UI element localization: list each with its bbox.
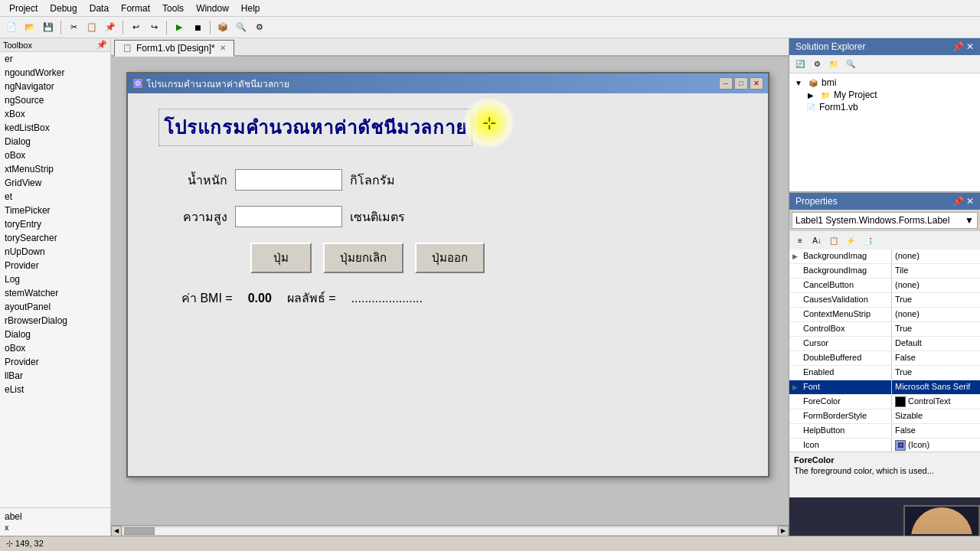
prop-row[interactable]: EnabledTrue bbox=[789, 366, 980, 380]
prop-row[interactable]: DoubleBufferedFalse bbox=[789, 351, 980, 366]
sidebar-item[interactable]: eList bbox=[0, 383, 110, 396]
tab-form1-design[interactable]: 📋 Form1.vb [Design]* ✕ bbox=[114, 40, 234, 57]
vb-win-close[interactable]: ✕ bbox=[750, 77, 763, 90]
toolbar-save[interactable]: 💾 bbox=[40, 19, 57, 36]
props-cat-btn[interactable]: ≡ bbox=[792, 233, 808, 247]
sidebar-item[interactable]: ayoutPanel bbox=[0, 300, 110, 314]
props-dropdown-icon: ▼ bbox=[965, 215, 974, 226]
sol-pin-icon[interactable]: 📌 bbox=[952, 41, 964, 52]
toolbar-paste[interactable]: 📌 bbox=[102, 19, 119, 36]
menu-project[interactable]: Project bbox=[3, 2, 44, 15]
btn-exit[interactable]: ปุ่มออก bbox=[415, 243, 485, 273]
sidebar-item[interactable]: rBrowserDialog bbox=[0, 314, 110, 328]
menu-data[interactable]: Data bbox=[83, 2, 115, 15]
sol-tool-2[interactable]: ⚙ bbox=[809, 57, 825, 71]
prop-name: ControlBox bbox=[800, 322, 892, 336]
toolbar-undo[interactable]: ↩ bbox=[127, 19, 144, 36]
sidebar-item[interactable]: ngSource bbox=[0, 93, 110, 107]
prop-row[interactable]: ForeColorControlText bbox=[789, 395, 980, 409]
sidebar-item[interactable]: xtMenuStrip bbox=[0, 162, 110, 176]
tab-close-btn[interactable]: ✕ bbox=[220, 44, 226, 52]
tree-item-root[interactable]: ▼ 📦 bmi bbox=[792, 77, 977, 89]
tree-item-myproject[interactable]: ▶ 📁 My Project bbox=[792, 89, 977, 101]
prop-row[interactable]: CausesValidationTrue bbox=[789, 293, 980, 308]
sidebar-item[interactable]: stemWatcher bbox=[0, 286, 110, 300]
toolbar-cut[interactable]: ✂ bbox=[65, 19, 82, 36]
sidebar-item[interactable]: torySearcher bbox=[0, 231, 110, 245]
height-label: ความสูง bbox=[158, 207, 227, 227]
props-event-btn[interactable]: ⚡ bbox=[843, 233, 858, 247]
prop-row[interactable]: BackgroundImagTile bbox=[789, 264, 980, 279]
sol-tree: ▼ 📦 bmi ▶ 📁 My Project 📄 Form1.vb bbox=[789, 73, 980, 191]
toolbar-settings[interactable]: ⚙ bbox=[251, 19, 268, 36]
prop-row[interactable]: FormBorderStyleSizable bbox=[789, 409, 980, 424]
prop-row[interactable]: CancelButton(none) bbox=[789, 279, 980, 293]
sidebar-item[interactable]: Log bbox=[0, 272, 110, 286]
props-close-icon[interactable]: ✕ bbox=[966, 196, 974, 207]
prop-row[interactable]: ▶BackgroundImag(none) bbox=[789, 249, 980, 264]
prop-name: HelpButton bbox=[800, 424, 892, 438]
prop-row[interactable]: Icon🖼(Icon) bbox=[789, 439, 980, 452]
vb-win-minimize[interactable]: ─ bbox=[719, 77, 733, 90]
sidebar-item[interactable]: Dialog bbox=[0, 135, 110, 148]
h-scroll-right[interactable]: ▶ bbox=[778, 526, 789, 536]
props-az-btn[interactable]: A↓ bbox=[809, 233, 825, 247]
sidebar-item[interactable]: kedListBox bbox=[0, 121, 110, 135]
vb-win-maximize[interactable]: □ bbox=[734, 77, 748, 90]
toolbar-copy[interactable]: 📋 bbox=[83, 19, 100, 36]
prop-row[interactable]: HelpButtonFalse bbox=[789, 424, 980, 439]
height-input[interactable] bbox=[235, 206, 342, 227]
h-scroll-left[interactable]: ◀ bbox=[111, 526, 122, 536]
sidebar-item[interactable]: llBar bbox=[0, 369, 110, 383]
sidebar-item[interactable]: Provider bbox=[0, 259, 110, 272]
sidebar-item[interactable]: et bbox=[0, 190, 110, 204]
toolbar-new[interactable]: 📄 bbox=[3, 19, 20, 36]
toolbar-run[interactable]: ▶ bbox=[171, 19, 188, 36]
props-pin-icon[interactable]: 📌 bbox=[952, 196, 964, 207]
sidebar-item[interactable]: Dialog bbox=[0, 328, 110, 341]
props-info-text: The foreground color, which is used... bbox=[794, 466, 975, 475]
prop-value: Microsoft Sans Serif bbox=[892, 380, 980, 394]
tree-item-form1[interactable]: 📄 Form1.vb bbox=[792, 101, 977, 113]
sidebar-item[interactable]: oBox bbox=[0, 148, 110, 162]
sidebar-item[interactable]: er bbox=[0, 52, 110, 66]
sol-tool-4[interactable]: 🔍 bbox=[843, 57, 858, 71]
sidebar-item[interactable]: oBox bbox=[0, 341, 110, 355]
h-scroll-thumb[interactable] bbox=[124, 527, 155, 535]
sidebar-item[interactable]: xBox bbox=[0, 107, 110, 121]
toolbar-open[interactable]: 📂 bbox=[21, 19, 38, 36]
prop-row[interactable]: ControlBoxTrue bbox=[789, 322, 980, 337]
sol-tool-1[interactable]: 🔄 bbox=[792, 57, 808, 71]
sidebar-item[interactable]: Provider bbox=[0, 355, 110, 369]
form-title-container[interactable]: โปรแกรมคำนวณหาค่าดัชนีมวลกาย ⊹ bbox=[158, 109, 472, 146]
menu-debug[interactable]: Debug bbox=[44, 2, 83, 15]
sidebar-item[interactable]: nUpDown bbox=[0, 245, 110, 259]
btn-calculate[interactable]: ปุ่ม bbox=[250, 243, 312, 273]
toolbar-pkg[interactable]: 📦 bbox=[214, 19, 231, 36]
weight-input[interactable] bbox=[235, 169, 342, 191]
prop-row[interactable]: ▶FontMicrosoft Sans Serif bbox=[789, 380, 980, 395]
menu-tools[interactable]: Tools bbox=[156, 2, 190, 15]
sidebar-item[interactable]: ngoundWorker bbox=[0, 66, 110, 80]
toolbar-redo[interactable]: ↪ bbox=[145, 19, 162, 36]
sidebar-item[interactable]: ngNavigator bbox=[0, 80, 110, 93]
menu-help[interactable]: Help bbox=[235, 2, 266, 15]
sidebar-pin[interactable]: 📌 bbox=[96, 40, 107, 50]
toolbar-search[interactable]: 🔍 bbox=[233, 19, 250, 36]
sidebar-item[interactable]: toryEntry bbox=[0, 217, 110, 231]
sidebar-item[interactable]: TimePicker bbox=[0, 204, 110, 217]
sol-close-icon[interactable]: ✕ bbox=[966, 41, 974, 52]
btn-cancel[interactable]: ปุ่มยกเลิก bbox=[323, 243, 403, 273]
design-canvas[interactable]: ⚙ โปรแกรมคำนวณหาค่าดัชนีมวลกาย ─ □ ✕ โปร… bbox=[111, 57, 789, 525]
toolbar-stop[interactable]: ⏹ bbox=[189, 19, 206, 36]
h-scroll-track[interactable] bbox=[122, 527, 778, 536]
menu-format[interactable]: Format bbox=[115, 2, 156, 15]
properties-selector[interactable]: Label1 System.Windows.Forms.Label ▼ bbox=[792, 212, 978, 229]
props-pg-btn[interactable]: 📑 bbox=[860, 233, 875, 247]
sidebar-item[interactable]: GridView bbox=[0, 176, 110, 190]
prop-row[interactable]: CursorDefault bbox=[789, 337, 980, 351]
menu-window[interactable]: Window bbox=[190, 2, 235, 15]
sol-tool-3[interactable]: 📁 bbox=[826, 57, 841, 71]
props-prop-btn[interactable]: 📋 bbox=[826, 233, 841, 247]
prop-row[interactable]: ContextMenuStrip(none) bbox=[789, 308, 980, 322]
